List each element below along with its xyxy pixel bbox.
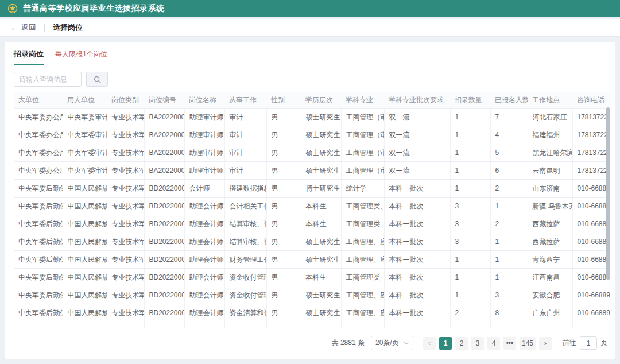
- table-cell: 男: [266, 109, 301, 126]
- table-cell: 工商管理（审...: [341, 126, 384, 144]
- pager-page-button-3[interactable]: 3: [471, 337, 484, 350]
- table-cell: 审计: [224, 162, 266, 180]
- table-row[interactable]: 中央军委后勤保...中国人民解放...专业技术军官BD20220001助理会计师…: [14, 286, 610, 304]
- table-cell: 中央军委审计...: [63, 109, 107, 126]
- table-cell: 中央军委后勤保...: [14, 215, 63, 233]
- table-cell: 中央军委审计...: [63, 162, 107, 180]
- table-cell: 助理会计师: [184, 251, 224, 269]
- table-cell: 西藏拉萨: [528, 215, 572, 233]
- table-cell: 山东济南: [528, 180, 572, 198]
- pager-group: ‹ 1234•••145 ›: [423, 337, 552, 350]
- search-button[interactable]: [86, 72, 108, 87]
- table-cell: 6: [490, 162, 528, 180]
- table-cell: 工商管理（审...: [341, 144, 384, 162]
- table-cell: 1: [450, 109, 490, 126]
- back-label: 返回: [21, 22, 36, 33]
- table-row[interactable]: 中央军委办公厅中央军委审计...专业技术军官BA20220003助理审计师审计男…: [14, 144, 610, 162]
- table-cell: 中央军委办公厅: [14, 109, 63, 126]
- table-cell: 博士研究生: [301, 180, 341, 198]
- table-cell: 审计: [224, 126, 266, 144]
- back-button[interactable]: ← 返回: [10, 22, 36, 33]
- pager-page-button-2[interactable]: 2: [455, 337, 468, 350]
- goto-page-input[interactable]: [580, 336, 597, 350]
- table-cell: 7: [490, 109, 528, 126]
- table-cell: 工商管理、应...: [341, 286, 384, 304]
- positions-table: 大单位用人单位岗位类别岗位编号岗位名称从事工作性别学历层次学科专业学科专业批次要…: [14, 92, 610, 328]
- table-cell: 010-66889130 ...: [572, 251, 610, 269]
- table-cell: 河北石家庄: [528, 109, 572, 126]
- app-logo-emblem-icon: [7, 3, 18, 14]
- table-row[interactable]: 中央军委办公厅中央军委审计...专业技术军官BA20220004助理审计师审计男…: [14, 109, 610, 126]
- table-row[interactable]: 中央军委后勤保...中国人民解放...专业技术军官BD20220002助理会计师…: [14, 269, 610, 286]
- table-cell: 中央军委办公厅: [14, 162, 63, 180]
- table-row[interactable]: 中央军委后勤保...中国人民解放...专业技术军官BD20220004助理会计师…: [14, 251, 610, 269]
- table-cell: BA20220002: [144, 162, 184, 180]
- table-vertical-scrollbar[interactable]: [606, 107, 610, 280]
- table-cell: 工商管理、应...: [341, 251, 384, 269]
- table-cell: 助理审计师: [184, 144, 224, 162]
- table-cell: 2: [490, 180, 528, 198]
- table-cell: 硕士研究生: [301, 162, 341, 180]
- pager-page-button-1[interactable]: 1: [439, 337, 452, 350]
- column-header: 学科专业批次要求: [384, 92, 450, 109]
- table-row[interactable]: 中央军委后勤保...中国人民解放...专业技术军官BD20220005会计师搭建…: [14, 180, 610, 198]
- table-cell: 福建福州: [528, 126, 572, 144]
- table-row[interactable]: 中央军委后勤保...中国人民解放...专业技术军官BD20220003助理会计师…: [14, 304, 610, 322]
- column-header: 从事工作: [224, 92, 266, 109]
- column-header: 学历层次: [301, 92, 341, 109]
- search-row: [14, 72, 606, 87]
- column-header: 工作地点: [528, 92, 572, 109]
- table-cell: 助理审计师: [184, 126, 224, 144]
- table-row[interactable]: 中央军委后勤保...中国人民解放...专业技术军官BD20220007助理会计师…: [14, 215, 610, 233]
- table-cell: 2: [450, 304, 490, 322]
- table-cell: 中国人民解放...: [63, 180, 107, 198]
- table-cell: 中央军委后勤保...: [14, 180, 63, 198]
- table-cell: 1: [450, 286, 490, 304]
- pager-ellipsis-button[interactable]: •••: [503, 337, 516, 350]
- table-cell: BD20220008: [144, 233, 184, 251]
- table-cell: 3: [450, 233, 490, 251]
- table-cell: 安徽合肥: [528, 286, 572, 304]
- search-input[interactable]: [14, 72, 82, 87]
- table-cell: 黑龙江哈尔滨: [528, 144, 572, 162]
- pager-page-button-4[interactable]: 4: [487, 337, 500, 350]
- table-cell: 广东广州: [528, 304, 572, 322]
- tabs: 招录岗位 每人限报1个岗位: [10, 42, 610, 65]
- tab-recruit-positions[interactable]: 招录岗位: [14, 49, 44, 65]
- table-cell: 本科一批次: [384, 198, 450, 215]
- table-cell: 1: [450, 144, 490, 162]
- pager-page-button-145[interactable]: 145: [520, 337, 536, 350]
- column-header: 咨询电话: [572, 92, 610, 109]
- table-row[interactable]: 中央军委办公厅中央军委审计...专业技术军官BA20220002助理审计师审计男…: [14, 162, 610, 180]
- page-title: 选择岗位: [53, 22, 83, 33]
- pager-goto: 前往 页: [563, 336, 607, 350]
- pager-prev-button[interactable]: ‹: [423, 337, 436, 350]
- table-cell: 双一流: [384, 109, 450, 126]
- table-cell: 工商管理、应...: [341, 233, 384, 251]
- table-cell: 资金清算和资...: [224, 304, 266, 322]
- table-cell: 010-66889130 ...: [572, 286, 610, 304]
- table-cell: 男: [266, 304, 301, 322]
- page-size-select[interactable]: 20条/页: [371, 336, 413, 350]
- table-cell: 助理审计师: [184, 109, 224, 126]
- pager-next-button[interactable]: ›: [539, 337, 552, 350]
- table-cell: 搭建数据指标...: [224, 180, 266, 198]
- table-cell: 男: [266, 162, 301, 180]
- pagination: 共 2881 条 20条/页 ‹ 1234•••145 › 前往 页: [13, 336, 607, 350]
- table-cell: 中国人民解放...: [63, 233, 107, 251]
- table-cell: 男: [266, 215, 301, 233]
- table-row[interactable]: 中央军委办公厅中央军委审计...专业技术军官BA20220001助理审计师审计男…: [14, 126, 610, 144]
- table-cell: 男: [266, 269, 301, 286]
- table-cell: 中央军委审计...: [63, 144, 107, 162]
- table-cell: 1: [450, 269, 490, 286]
- table-cell: 1: [490, 269, 528, 286]
- table-cell: 财务管理工作: [224, 251, 266, 269]
- table-row[interactable]: 中央军委后勤保...中国人民解放...专业技术军官BD20220006助理会计师…: [14, 198, 610, 215]
- table-cell: 中央军委后勤保...: [14, 198, 63, 215]
- table-row[interactable]: 中央军委后勤保...中国人民解放...专业技术军官BD20220008助理会计师…: [14, 233, 610, 251]
- table-cell: 工商管理、应...: [341, 304, 384, 322]
- table-cell: 专业技术军官: [107, 126, 144, 144]
- table-cell: 工商管理类: [341, 269, 384, 286]
- table-cell: 本科一批次: [384, 304, 450, 322]
- table-cell: 男: [266, 286, 301, 304]
